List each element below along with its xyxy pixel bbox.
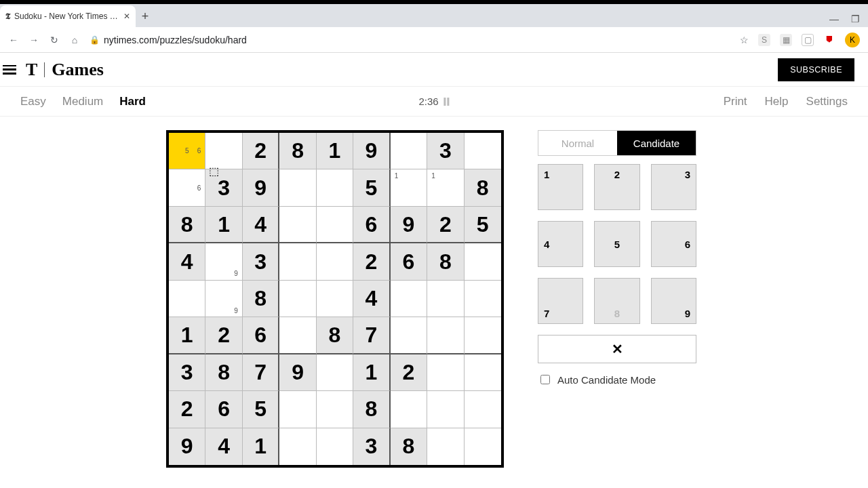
sudoku-cell[interactable] bbox=[391, 281, 427, 317]
erase-button[interactable]: ✕ bbox=[538, 335, 696, 363]
sudoku-cell[interactable]: 6 bbox=[169, 169, 205, 206]
close-icon[interactable]: ✕ bbox=[123, 12, 130, 21]
sudoku-cell[interactable]: 9 bbox=[353, 133, 390, 169]
window-maximize-icon[interactable]: ❐ bbox=[851, 14, 860, 24]
print-link[interactable]: Print bbox=[724, 95, 747, 108]
extension-icon[interactable]: ⛊ bbox=[823, 34, 835, 46]
sudoku-cell[interactable]: 1 bbox=[353, 354, 390, 391]
sudoku-cell[interactable]: 1 bbox=[391, 169, 427, 206]
sudoku-cell[interactable] bbox=[279, 428, 316, 465]
sudoku-cell[interactable] bbox=[317, 281, 353, 317]
keypad-4[interactable]: 4 bbox=[538, 221, 583, 267]
sudoku-cell[interactable]: 4 bbox=[205, 428, 242, 465]
sudoku-cell[interactable]: 9 bbox=[205, 243, 242, 280]
sudoku-cell[interactable]: 56 bbox=[169, 133, 205, 169]
difficulty-hard[interactable]: Hard bbox=[119, 95, 146, 108]
sudoku-cell[interactable] bbox=[279, 169, 316, 206]
keypad-9[interactable]: 9 bbox=[651, 278, 696, 324]
extension-icon[interactable]: ▢ bbox=[802, 34, 814, 46]
sudoku-cell[interactable]: 2 bbox=[427, 207, 464, 243]
sudoku-cell[interactable]: 8 bbox=[243, 281, 279, 317]
nyt-games-logo[interactable]: T Games bbox=[26, 60, 104, 80]
sudoku-cell[interactable] bbox=[465, 391, 501, 428]
sudoku-cell[interactable] bbox=[317, 243, 353, 280]
timer[interactable]: 2:36 bbox=[418, 96, 449, 107]
sudoku-cell[interactable] bbox=[279, 207, 316, 243]
sudoku-cell[interactable]: 7 bbox=[353, 317, 390, 354]
sudoku-cell[interactable]: 3 bbox=[243, 243, 279, 280]
sudoku-cell[interactable]: 9 bbox=[169, 428, 205, 465]
sudoku-cell[interactable] bbox=[465, 354, 501, 391]
difficulty-medium[interactable]: Medium bbox=[62, 95, 103, 108]
subscribe-button[interactable]: SUBSCRIBE bbox=[778, 58, 854, 81]
sudoku-cell[interactable]: 5 bbox=[353, 169, 390, 206]
sudoku-cell[interactable] bbox=[279, 317, 316, 354]
forward-icon[interactable]: → bbox=[28, 35, 39, 45]
sudoku-cell[interactable] bbox=[205, 133, 242, 169]
mode-candidate[interactable]: Candidate bbox=[617, 131, 696, 155]
star-icon[interactable]: ☆ bbox=[740, 35, 749, 45]
sudoku-cell[interactable]: 1 bbox=[317, 133, 353, 169]
sudoku-cell[interactable]: 5 bbox=[243, 391, 279, 428]
window-minimize-icon[interactable]: — bbox=[829, 14, 839, 24]
sudoku-cell[interactable] bbox=[391, 133, 427, 169]
sudoku-cell[interactable]: 7 bbox=[243, 354, 279, 391]
sudoku-cell[interactable]: 3 bbox=[427, 133, 464, 169]
keypad-2[interactable]: 2 bbox=[594, 164, 639, 210]
sudoku-cell[interactable]: 6 bbox=[391, 243, 427, 280]
difficulty-easy[interactable]: Easy bbox=[20, 95, 46, 108]
profile-avatar[interactable]: K bbox=[845, 33, 860, 47]
sudoku-cell[interactable]: 1 bbox=[169, 317, 205, 354]
sudoku-cell[interactable] bbox=[391, 317, 427, 354]
sudoku-cell[interactable] bbox=[317, 391, 353, 428]
sudoku-cell[interactable]: 2 bbox=[353, 243, 390, 280]
sudoku-cell[interactable]: 6 bbox=[205, 391, 242, 428]
sudoku-cell[interactable]: 8 bbox=[279, 133, 316, 169]
sudoku-cell[interactable]: 4 bbox=[353, 281, 390, 317]
sudoku-cell[interactable]: 9 bbox=[279, 354, 316, 391]
sudoku-cell[interactable]: 3 bbox=[169, 354, 205, 391]
mode-normal[interactable]: Normal bbox=[538, 131, 617, 155]
sudoku-cell[interactable] bbox=[465, 281, 501, 317]
keypad-5[interactable]: 5 bbox=[594, 221, 639, 267]
sudoku-cell[interactable]: 2 bbox=[391, 354, 427, 391]
sudoku-cell[interactable]: 3 bbox=[205, 169, 242, 206]
menu-icon[interactable] bbox=[3, 65, 16, 75]
settings-link[interactable]: Settings bbox=[806, 95, 848, 108]
sudoku-cell[interactable]: 6 bbox=[243, 317, 279, 354]
sudoku-cell[interactable]: 3 bbox=[353, 428, 390, 465]
sudoku-cell[interactable]: 8 bbox=[353, 391, 390, 428]
browser-tab[interactable]: 𝕿 Sudoku - New York Times Numb ✕ bbox=[0, 5, 136, 27]
sudoku-cell[interactable] bbox=[465, 243, 501, 280]
sudoku-cell[interactable] bbox=[317, 428, 353, 465]
sudoku-cell[interactable] bbox=[279, 391, 316, 428]
sudoku-cell[interactable]: 8 bbox=[205, 354, 242, 391]
sudoku-cell[interactable]: 8 bbox=[391, 428, 427, 465]
new-tab-button[interactable]: + bbox=[136, 5, 155, 27]
sudoku-cell[interactable] bbox=[317, 207, 353, 243]
sudoku-cell[interactable]: 8 bbox=[427, 243, 464, 280]
keypad-3[interactable]: 3 bbox=[651, 164, 696, 210]
extension-icon[interactable]: ▦ bbox=[780, 34, 792, 46]
keypad-8[interactable]: 8 bbox=[594, 278, 639, 324]
sudoku-cell[interactable] bbox=[169, 281, 205, 317]
sudoku-cell[interactable] bbox=[427, 428, 464, 465]
keypad-1[interactable]: 1 bbox=[538, 164, 583, 210]
sudoku-cell[interactable]: 9 bbox=[391, 207, 427, 243]
sudoku-cell[interactable] bbox=[427, 391, 464, 428]
sudoku-cell[interactable]: 6 bbox=[353, 207, 390, 243]
sudoku-cell[interactable] bbox=[391, 391, 427, 428]
sudoku-cell[interactable]: 9 bbox=[205, 281, 242, 317]
sudoku-cell[interactable] bbox=[279, 243, 316, 280]
sudoku-cell[interactable]: 4 bbox=[243, 207, 279, 243]
sudoku-cell[interactable] bbox=[427, 281, 464, 317]
sudoku-cell[interactable]: 2 bbox=[243, 133, 279, 169]
keypad-7[interactable]: 7 bbox=[538, 278, 583, 324]
sudoku-cell[interactable]: 1 bbox=[427, 169, 464, 206]
sudoku-cell[interactable] bbox=[465, 133, 501, 169]
help-link[interactable]: Help bbox=[765, 95, 789, 108]
auto-candidate-checkbox[interactable] bbox=[540, 375, 550, 384]
sudoku-cell[interactable]: 8 bbox=[465, 169, 501, 206]
sudoku-cell[interactable]: 2 bbox=[205, 317, 242, 354]
sudoku-cell[interactable]: 9 bbox=[243, 169, 279, 206]
